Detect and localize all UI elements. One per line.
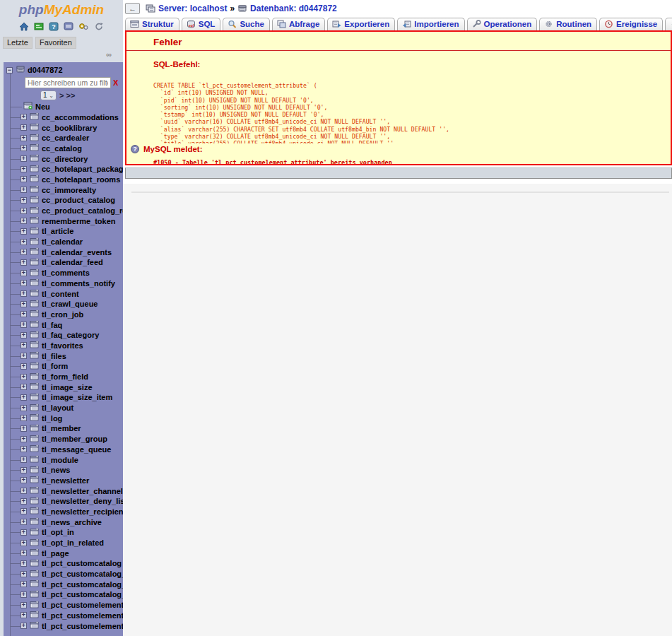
tree-item-new-table[interactable]: Neu [4,101,123,112]
expand-icon[interactable]: + [20,208,27,214]
expand-icon[interactable]: + [20,591,27,598]
page-select[interactable]: 1 ⌄ [40,90,57,100]
page-next-link[interactable]: > >> [59,91,75,100]
tree-item-tl_crawl_queue[interactable]: + tl_crawl_queue [4,299,123,310]
sidebar-tab-favoriten[interactable]: Favoriten [35,37,76,49]
tree-item-tl_layout[interactable]: + tl_layout [4,403,123,413]
expand-icon[interactable]: + [20,488,27,494]
phpmyadmin-logo[interactable]: phpMyAdmin [0,0,123,18]
breadcrumb-server-link[interactable]: Server: localhost [158,4,227,13]
tree-item-tl_faq[interactable]: + tl_faq [4,319,123,330]
tree-item-tl_calendar_events[interactable]: + tl_calendar_events [4,247,123,257]
tree-item-tl_comments_notify[interactable]: + tl_comments_notify [4,278,123,289]
help-icon-badge[interactable]: ? [131,145,139,153]
tree-item-cc_product_catalog_reseller[interactable]: + cc_product_catalog_reseller [4,206,123,216]
toggle-navigation-button[interactable]: ← [125,3,140,14]
tree-item-tl_pct_customelement_attribute[interactable]: + tl_pct_customelement_attribute [4,611,123,621]
expand-icon[interactable]: + [20,540,27,546]
tree-item-tl_newsletter_channel[interactable]: + tl_newsletter_channel [4,485,123,496]
tree-item-cc_directory[interactable]: + cc_directory [4,153,123,164]
expand-icon[interactable]: + [20,228,27,235]
expand-icon[interactable]: + [20,612,27,618]
expand-icon[interactable]: + [20,446,27,452]
home-icon[interactable] [19,22,29,31]
tree-item-cc_immorealty[interactable]: + cc_immorealty [4,184,123,195]
expand-icon[interactable]: + [20,363,27,370]
tree-item-tl_calendar_feed[interactable]: + tl_calendar_feed [4,257,123,268]
tree-item-tl_comments[interactable]: + tl_comments [4,268,123,278]
expand-icon[interactable]: + [20,176,27,182]
tree-item-tl_form_field[interactable]: + tl_form_field [4,372,123,382]
tab-routinen[interactable]: Routinen [539,18,597,30]
expand-icon[interactable]: + [20,259,27,266]
expand-icon[interactable]: + [20,218,27,224]
tab-sql[interactable]: sql SQL [182,18,221,30]
tree-item-cc_catalog[interactable]: + cc_catalog [4,143,123,154]
tree-item-cc_accommodations[interactable]: + cc_accommodations [4,112,123,123]
tree-item-tl_cron_job[interactable]: + tl_cron_job [4,310,123,320]
tree-item-tl_module[interactable]: + tl_module [4,454,123,465]
tree-item-tl_article[interactable]: + tl_article [4,226,123,237]
expand-icon[interactable]: + [20,560,27,567]
tree-item-tl_image_size_item[interactable]: + tl_image_size_item [4,392,123,403]
expand-icon[interactable]: + [20,332,27,338]
tree-item-tl_calendar[interactable]: + tl_calendar [4,237,123,247]
expand-icon[interactable]: + [20,187,27,193]
expand-icon[interactable]: + [20,249,27,255]
expand-icon[interactable]: + [20,374,27,380]
expand-icon[interactable]: + [20,405,27,411]
expand-icon[interactable]: + [20,425,27,432]
tree-item-tl_newsletter[interactable]: + tl_newsletter [4,476,123,486]
tree-item-tl_newsletter_recipients[interactable]: + tl_newsletter_recipients [4,507,123,517]
tree-item-tl_pct_customelement[interactable]: + tl_pct_customelement [4,600,123,611]
tree-item-tl_favorites[interactable]: + tl_favorites [4,341,123,351]
tab-exportieren[interactable]: Exportieren [327,18,395,30]
expand-icon[interactable]: + [20,623,27,629]
tree-item-tl_pct_customcatalog_language[interactable]: + tl_pct_customcatalog_language [4,589,123,600]
expand-icon[interactable]: + [20,197,27,204]
expand-icon[interactable]: + [20,270,27,276]
expand-icon[interactable]: + [20,384,27,390]
table-filter-input[interactable] [25,77,111,88]
tree-item-cc_product_catalog[interactable]: + cc_product_catalog [4,195,123,206]
tree-item-tl_newsletter_deny_list[interactable]: + tl_newsletter_deny_list [4,496,123,507]
tab-suche[interactable]: Suche [223,18,270,30]
expand-icon[interactable]: + [20,571,27,577]
tree-item-tl_member[interactable]: + tl_member [4,423,123,434]
tab-operationen[interactable]: Operationen [467,18,538,30]
tree-item-tl_pct_customelement_filter[interactable]: + tl_pct_customelement_filter [4,620,123,631]
expand-icon[interactable]: + [20,124,27,131]
tab-trigger[interactable]: Trigger [665,18,672,30]
tree-item-tl_opt_in_related[interactable]: + tl_opt_in_related [4,538,123,548]
docs-icon[interactable] [64,22,73,31]
expand-icon[interactable]: + [20,529,27,536]
settings-icon[interactable] [78,22,89,31]
expand-icon[interactable]: + [20,155,27,162]
tree-item-tl_page[interactable]: + tl_page [4,548,123,558]
expand-icon[interactable]: + [20,457,27,463]
expand-icon[interactable]: + [20,602,27,608]
console-icon[interactable] [34,22,44,31]
tree-item-tl_message_queue[interactable]: + tl_message_queue [4,444,123,455]
tree-item-tl_member_group[interactable]: + tl_member_group [4,434,123,444]
sidebar-tab-letzte[interactable]: Letzte [3,37,33,49]
expand-icon[interactable]: + [20,145,27,151]
tree-item-tl_news_archive[interactable]: + tl_news_archive [4,517,123,527]
tree-item-rememberme_token[interactable]: + rememberme_token [4,216,123,226]
help-icon[interactable]: ? [49,22,59,31]
tree-item-tl_pct_customcatalog_job[interactable]: + tl_pct_customcatalog_job [4,579,123,589]
tab-importieren[interactable]: Importieren [397,18,464,30]
expand-icon[interactable]: + [20,301,27,307]
tab-ereignisse[interactable]: Ereignisse [599,18,663,30]
expand-icon[interactable]: + [20,519,27,525]
expand-icon[interactable]: + [20,290,27,297]
tree-item-cc_cardealer[interactable]: + cc_cardealer [4,133,123,143]
expand-icon[interactable]: + [20,394,27,401]
tree-item-tl_image_size[interactable]: + tl_image_size [4,382,123,392]
expand-icon[interactable]: + [20,322,27,328]
expand-icon[interactable]: + [20,114,27,120]
tab-abfrage[interactable]: Abfrage [272,18,325,30]
expand-icon[interactable]: + [20,477,27,483]
tree-item-cc_hotelapart_rooms[interactable]: + cc_hotelapart_rooms [4,175,123,185]
tree-item-cc_booklibrary[interactable]: + cc_booklibrary [4,122,123,133]
